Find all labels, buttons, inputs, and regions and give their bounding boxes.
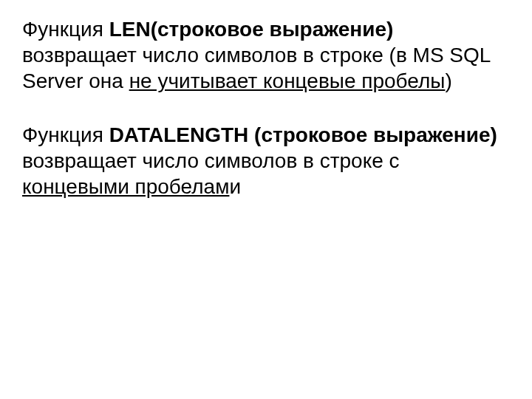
len-signature: LEN(строковое выражение) bbox=[109, 18, 394, 41]
len-note: не учитывает концевые пробелы bbox=[129, 69, 446, 92]
datalength-note: концевыми пробелам bbox=[22, 175, 229, 198]
text-fragment: возвращает число символов в строке с bbox=[22, 149, 400, 172]
text-fragment: ) bbox=[445, 69, 451, 92]
datalength-signature: DATALENGTH (строковое выражение) bbox=[109, 123, 497, 146]
paragraph-datalength: Функция DATALENGTH (строковое выражение)… bbox=[22, 122, 510, 200]
text-fragment: Функция bbox=[22, 123, 109, 146]
slide: Функция LEN(строковое выражение) возвращ… bbox=[0, 0, 532, 200]
paragraph-len: Функция LEN(строковое выражение) возвращ… bbox=[22, 16, 510, 94]
text-fragment: и bbox=[229, 175, 241, 198]
text-fragment: Функция bbox=[22, 18, 109, 41]
